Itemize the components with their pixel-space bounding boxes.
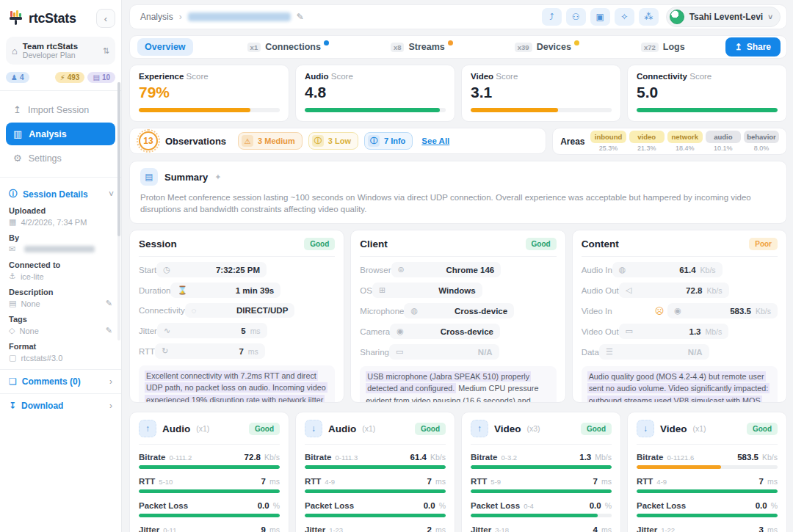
- score-progress-bar: [471, 108, 612, 112]
- info-row-value: 61.4: [679, 266, 695, 274]
- info-card-title: Client: [360, 238, 388, 249]
- info-row-valuebox: ◌ DIRECT/UDP: [185, 303, 295, 318]
- summary-card: ▤ Summary ✦ Proton Meet conference sessi…: [129, 161, 787, 224]
- session-details-header[interactable]: ⓘ Session Details ˅: [0, 178, 121, 206]
- area-item: behavior 8.0%: [744, 131, 779, 152]
- magic-wand-icon[interactable]: ✧: [615, 8, 634, 26]
- sidebar-scrollbar[interactable]: [117, 82, 120, 340]
- info-row: Audio Out ☹ ◁ 72.8 Kb/s: [582, 283, 778, 298]
- metric-unit: ms: [767, 477, 778, 486]
- info-row-value: 7:32:25 PM: [216, 266, 260, 274]
- tab[interactable]: x1 Connections: [240, 38, 336, 56]
- share-button[interactable]: ↥ Share: [725, 37, 781, 57]
- see-all-link[interactable]: See All: [421, 136, 449, 145]
- sidebar-stat-badge: ♟ 4: [6, 72, 29, 83]
- info-row-value: 7: [239, 347, 243, 356]
- edit-pencil-icon[interactable]: ✎: [106, 299, 112, 308]
- info-row-value: 1.3: [689, 327, 701, 336]
- info-row-value: N/A: [478, 348, 493, 357]
- team-switcher[interactable]: ⌂ Team rtcStats Developer Plan ⇅: [6, 37, 115, 65]
- stream-count: (x1): [196, 424, 209, 433]
- area-chip[interactable]: audio: [706, 131, 741, 143]
- metric-progress-bar: [471, 514, 612, 517]
- metric-range: 1-22: [661, 526, 675, 532]
- metric-row: RTT 4-9 7 ms: [637, 477, 778, 493]
- rename-pencil-icon[interactable]: ✎: [297, 12, 304, 22]
- info-card: Client Good Browser ☹ ⊚ Chrome 146 OS ☹ …: [350, 230, 565, 403]
- metric-progress-bar: [637, 514, 778, 517]
- score-suffix: Score: [493, 72, 518, 81]
- breadcrumb-analysis[interactable]: Analysis: [140, 12, 173, 22]
- team-plan: Developer Plan: [23, 51, 78, 59]
- status-badge: Good: [415, 423, 446, 435]
- user-menu[interactable]: Tsahi Levent-Levi ˅: [666, 7, 781, 27]
- score-suffix: Score: [184, 72, 208, 81]
- app-title: rtcStats: [29, 11, 91, 26]
- sidebar-collapse-button[interactable]: ‹: [96, 9, 115, 28]
- tab[interactable]: x8 Streams: [383, 38, 460, 56]
- areas-card: Areas inbound 25.3% video 21.3% network …: [552, 128, 787, 155]
- info-row-icon: ◁: [626, 285, 631, 295]
- badge-icon: ⚡: [60, 73, 65, 81]
- sidebar-nav-item[interactable]: ▥ Analysis: [6, 123, 115, 145]
- observations-title: Observations: [165, 136, 226, 147]
- comment-icon: ❏: [9, 376, 17, 387]
- info-row-valuebox: ▭ N/A: [389, 344, 499, 360]
- note-highlight: Audio quality good (MOS 4.2-4.4) but rem…: [587, 371, 770, 403]
- field-icon: ▦: [9, 217, 16, 227]
- metric-unit: %: [771, 501, 778, 510]
- info-row-valuebox: ⌛ 1 min 39s: [170, 283, 280, 298]
- metric-value: 7: [759, 477, 764, 486]
- observation-severity-chip[interactable]: ⓘ 7 Info: [364, 132, 413, 150]
- metric-value: 61.4: [410, 453, 427, 462]
- user-name: Tsahi Levent-Levi: [689, 12, 763, 22]
- logo-row: rtcStats ‹: [0, 7, 121, 35]
- metric-range: 5-9: [490, 478, 501, 486]
- area-chip[interactable]: video: [629, 131, 665, 143]
- chevron-down-icon: ˅: [109, 189, 114, 200]
- session-details-title: Session Details: [23, 189, 88, 200]
- timeline-chart-icon[interactable]: ⤴: [542, 8, 562, 26]
- app-window-icon[interactable]: ▣: [590, 8, 610, 26]
- session-detail-field: Uploaded ▦ 4/2/2026, 7:34 PM ✎: [9, 206, 112, 227]
- chevron-right-icon: ›: [109, 401, 112, 411]
- tab-label: Streams: [408, 42, 444, 52]
- graph-nodes-icon[interactable]: ⁂: [639, 8, 659, 26]
- area-chip[interactable]: network: [667, 131, 703, 143]
- tab-label: Logs: [663, 42, 685, 52]
- tab-status-dot: [574, 40, 579, 45]
- info-row-label: Microphone: [360, 307, 404, 316]
- edit-pencil-icon[interactable]: ✎: [106, 326, 112, 335]
- scrollbar-thumb[interactable]: [117, 82, 120, 236]
- observation-severity-chip[interactable]: ⚠ 3 Medium: [238, 132, 303, 150]
- metric-range: 5-10: [159, 478, 173, 486]
- observation-severity-chip[interactable]: ⓘ 3 Low: [308, 132, 358, 150]
- sidebar-nav-item[interactable]: ↥ Import Session: [6, 98, 115, 121]
- badge-value: 493: [68, 73, 80, 81]
- sidebar-download-link[interactable]: ↧ Download ›: [0, 393, 121, 418]
- metric-value: 7: [261, 477, 266, 486]
- area-chip[interactable]: inbound: [590, 131, 626, 143]
- session-detail-field: Description ▤ None ✎: [9, 288, 112, 308]
- area-chip[interactable]: behavior: [744, 131, 779, 143]
- info-row-label: Start: [139, 266, 156, 274]
- sidebar-comments-link[interactable]: ❏ Comments (0) ›: [0, 369, 121, 393]
- tab-label: Connections: [265, 42, 321, 52]
- info-row-label: Sharing: [360, 348, 389, 357]
- metric-label: Packet Loss: [305, 501, 354, 510]
- severity-label: 7 Info: [384, 136, 405, 145]
- metric-label: Jitter: [305, 525, 325, 532]
- metric-range: 3-18: [495, 526, 509, 532]
- badge-value: 4: [20, 73, 24, 81]
- share-access-icon[interactable]: ⚇: [566, 8, 586, 26]
- tab[interactable]: Overview: [137, 38, 193, 56]
- tab[interactable]: x72 Logs: [634, 38, 692, 56]
- tab[interactable]: x39 Devices: [507, 38, 587, 56]
- info-row-valuebox: ◍ Cross-device: [404, 303, 514, 318]
- sidebar-nav-item[interactable]: ⚙ Settings: [6, 147, 115, 170]
- metric-row: Bitrate 0-111.3 61.4 Kb/s: [305, 453, 446, 469]
- stream-title: Audio: [162, 423, 190, 434]
- info-row: Jitter ☹ ∿ 5 ms: [139, 323, 335, 338]
- field-label: Tags: [9, 315, 112, 324]
- info-row: Video In ☹ ◉ 583.5 Kb/s: [582, 303, 778, 318]
